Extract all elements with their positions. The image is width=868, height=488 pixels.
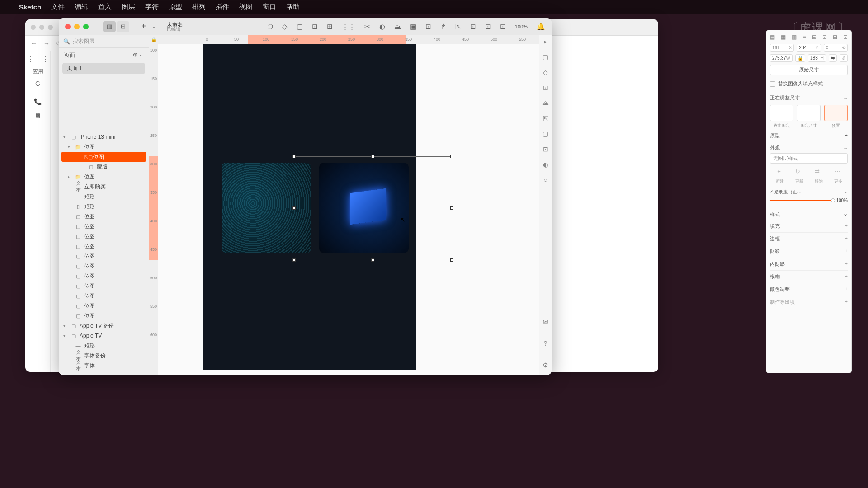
lock-aspect-icon[interactable]: 🔒 (795, 54, 805, 62)
tool-link-icon[interactable]: ⇱ (455, 23, 461, 31)
menu-window[interactable]: 窗口 (263, 3, 276, 11)
tool-cloud-icon[interactable]: ⊡ (485, 23, 491, 31)
menu-edit[interactable]: 编辑 (75, 3, 88, 11)
layer-row[interactable]: 文本字体备份 (59, 351, 149, 361)
minimize-icon[interactable] (39, 25, 44, 30)
tool-forward-icon[interactable]: ↱ (440, 23, 446, 31)
style-update-icon[interactable]: ↻ (795, 168, 800, 175)
layer-row[interactable]: ▾▢Apple TV (59, 331, 149, 341)
align-icon[interactable]: ▦ (781, 34, 786, 40)
add-prototype-icon[interactable]: + (845, 132, 848, 139)
layer-style-dropdown[interactable]: 无图层样式 (770, 153, 848, 164)
y-field[interactable]: 234Y (797, 44, 821, 52)
add-export-icon[interactable]: + (845, 299, 848, 305)
align-icon[interactable]: ⊞ (833, 34, 837, 40)
layer-row[interactable]: ▢位图 (59, 271, 149, 281)
resize-pin-edges[interactable] (770, 105, 793, 121)
back-icon[interactable]: ← (31, 40, 37, 47)
minimize-icon[interactable] (74, 24, 80, 29)
grid-toggle-icon[interactable]: ⊞ (117, 21, 129, 32)
layer-row[interactable]: ⇱▢位图 (61, 152, 146, 162)
style-property[interactable]: 颜色调整+ (770, 283, 848, 296)
style-new-icon[interactable]: + (777, 168, 781, 175)
maximize-icon[interactable] (83, 24, 89, 29)
menu-arrange[interactable]: 排列 (192, 3, 206, 11)
style-property[interactable]: 边框+ (770, 232, 848, 245)
menu-text[interactable]: 字符 (145, 3, 159, 11)
rail-icon[interactable]: ? (544, 340, 547, 347)
rail-icon[interactable]: ⚙ (542, 361, 548, 369)
tool-symbol-icon[interactable]: ⊡ (312, 23, 318, 31)
layer-row[interactable]: ▢位图 (59, 231, 149, 241)
layer-row[interactable]: ▾📁位图 (59, 142, 149, 152)
pages-chevron-icon[interactable]: ⌄ (139, 52, 143, 58)
apps-label[interactable]: 应用 (33, 68, 43, 75)
resize-fixed-size[interactable] (797, 105, 821, 121)
tool-mask-icon[interactable]: ◐ (379, 23, 385, 31)
width-field[interactable]: 275.37W (770, 54, 793, 62)
rail-icon[interactable]: ⊡ (543, 145, 548, 153)
layer-row[interactable]: —矩形 (59, 192, 149, 202)
layer-row[interactable]: ▢位图 (59, 221, 149, 231)
tool-rect-icon[interactable]: ▢ (297, 23, 303, 31)
layer-row[interactable]: ▾▢iPhone 13 mini (59, 132, 149, 142)
insert-button[interactable]: + (141, 21, 146, 32)
tool-scissors-icon[interactable]: ✂ (364, 23, 370, 31)
menu-plugins[interactable]: 插件 (216, 3, 229, 11)
layer-row[interactable]: ▢位图 (59, 281, 149, 291)
original-size-button[interactable]: 原始尺寸 (770, 65, 848, 75)
sidebar-toggle-icon[interactable]: ▥ (103, 21, 116, 32)
layer-row[interactable]: ▾▢Apple TV 备份 (59, 321, 149, 331)
zoom-level[interactable]: 100% (515, 24, 528, 29)
align-icon[interactable]: ▤ (770, 34, 775, 40)
maximize-icon[interactable] (48, 25, 53, 30)
style-property[interactable]: 阴影+ (770, 245, 848, 258)
menu-file[interactable]: 文件 (51, 3, 65, 11)
rotation-field[interactable]: 0⟲ (824, 44, 848, 52)
layer-row[interactable]: ▢位图 (59, 291, 149, 301)
ruler-lock-icon[interactable]: 🔒 (149, 35, 158, 44)
align-icon[interactable]: ⊡ (822, 34, 827, 40)
menu-view[interactable]: 视图 (239, 3, 253, 11)
layer-row[interactable]: 文本立即购买 (59, 182, 149, 192)
view-toggle[interactable]: ▥ ⊞ (103, 21, 129, 32)
menu-layer[interactable]: 图层 (122, 3, 135, 11)
forward-icon[interactable]: → (43, 40, 50, 47)
layer-row[interactable]: ▯矩形 (59, 202, 149, 211)
rail-icon[interactable]: ✉ (543, 318, 548, 325)
align-icon[interactable]: ▥ (792, 34, 797, 40)
rail-icon[interactable]: ⊡ (543, 84, 548, 91)
x-field[interactable]: 161X (770, 44, 794, 52)
tool-union-icon[interactable]: ⊡ (425, 23, 431, 31)
close-icon[interactable] (31, 25, 36, 30)
chevron-down-icon[interactable]: ⌄ (844, 94, 848, 101)
align-icon[interactable]: ⊡ (843, 34, 848, 40)
layer-row[interactable]: ▢位图 (59, 261, 149, 271)
tool-distribute-icon[interactable]: ⋮⋮ (342, 23, 355, 31)
style-property[interactable]: 模糊+ (770, 270, 848, 283)
insert-chevron-icon[interactable]: ⌄ (152, 23, 156, 29)
tool-export-icon[interactable]: ⊡ (500, 23, 506, 31)
opacity-slider[interactable]: 100% (770, 198, 848, 203)
align-icon[interactable]: ⊟ (812, 34, 816, 40)
layer-row[interactable]: —矩形 (59, 341, 149, 351)
style-property[interactable]: 内阴影+ (770, 258, 848, 270)
tool-preview-icon[interactable]: ⊡ (470, 23, 476, 31)
blend-dropdown-icon[interactable]: ⌄ (844, 189, 848, 195)
flip-v-icon[interactable]: ⇵ (840, 54, 848, 62)
rail-icon[interactable]: ○ (543, 176, 547, 183)
align-icon[interactable]: ≡ (802, 34, 806, 40)
chevron-down-icon[interactable]: ⌄ (844, 211, 848, 218)
chevron-down-icon[interactable]: ⌄ (844, 145, 848, 151)
rail-icon[interactable]: ◐ (543, 161, 548, 168)
layer-row[interactable]: ▢位图 (59, 241, 149, 251)
add-page-icon[interactable]: ⊕ (133, 52, 137, 58)
layer-row[interactable]: ▢蒙版 (59, 162, 149, 172)
layer-row[interactable]: ▢位图 (59, 311, 149, 321)
rail-icon[interactable]: ⛰ (542, 99, 549, 107)
page-item[interactable]: 页面 1 (62, 63, 145, 74)
menu-help[interactable]: 帮助 (286, 3, 300, 11)
menu-prototype[interactable]: 原型 (169, 3, 182, 11)
replace-fill-checkbox[interactable]: 替换图像为填充样式 (770, 79, 848, 91)
canvas[interactable]: 🔒 050100150200250300350400450500550600 1… (149, 35, 539, 375)
